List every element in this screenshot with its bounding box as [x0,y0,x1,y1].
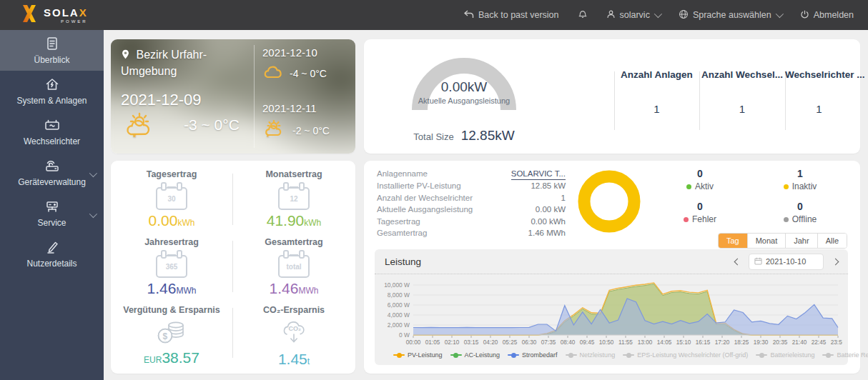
sidebar-item-ger-teverwaltung[interactable]: Geräteverwaltung [0,152,104,193]
legend-eps-leistung-wechselrichter-off-grid[interactable]: EPS-Leistung Wechselrichter (Off-grid) [623,351,748,359]
summary-column-value: 1 [785,103,853,115]
svg-text:06:30: 06:30 [522,339,537,346]
svg-text:22:45: 22:45 [812,339,827,346]
svg-text:19:30: 19:30 [754,339,769,346]
co2-icon: CO₂ [279,320,309,349]
legend-netzleistung[interactable]: Netzleistung [566,351,616,359]
location-pin-icon [121,51,133,63]
status-dot [784,217,789,222]
stat-tile-gesamtertrag: Gesamtertragtotal1.46MWh [233,237,355,297]
svg-text:04:20: 04:20 [483,339,498,346]
svg-text:*: * [267,134,270,139]
legend-pv-leistung[interactable]: PV-Leistung [393,351,443,359]
detail-label: Installierte PV-Leistung [377,180,461,191]
overview-icon [44,36,60,51]
globe-icon [679,9,689,21]
sidebar-item-berblick[interactable]: Überblick [0,30,104,71]
stat-value: 1.46MWh [147,280,197,297]
tile-divider [232,308,233,358]
stat-value: 1.45t [278,351,310,368]
sidebar-item-nutzerdetails[interactable]: Nutzerdetails [0,234,104,274]
user-menu[interactable]: solarvic [606,9,660,21]
svg-text:17:20: 17:20 [715,339,730,346]
status-value: 0 [650,201,750,212]
svg-text:$: $ [163,331,168,341]
solax-x-icon [20,4,39,26]
notification-bell-button[interactable] [578,9,588,21]
tab-monat[interactable]: Monat [747,234,786,248]
sidebar-item-label: Service [37,218,66,228]
forecast-temp: -2 ~ 0°C [292,125,330,136]
status-dot [684,217,689,222]
calendar-total-icon: total [278,255,310,278]
plant-detail-card: AnlagennameSOLARVIC T...Installierte PV-… [364,161,860,374]
svg-text:20:35: 20:35 [773,339,788,346]
stat-label: Monatsertrag [265,169,322,179]
tile-divider [232,174,233,225]
total-size: Total Size 12.85kW [364,128,564,144]
sidebar-item-label: System & Anlagen [16,96,87,106]
stat-tile-monatsertrag: Monatsertrag1241.90kWh [233,169,355,229]
svg-text:15:10: 15:10 [676,339,691,346]
gauge-value: 0.00kW [407,79,521,95]
next-day-button[interactable] [829,256,841,267]
stat-value: 1.46MWh [270,280,319,297]
user-icon [606,9,616,21]
status-label: Aktiv [695,181,714,191]
legend-marker [756,353,767,358]
chevron-down-icon [775,10,783,18]
sidebar-item-wechselrichter[interactable]: Wechselrichter [0,111,104,152]
date-picker[interactable]: 2021-10-10 [749,254,824,270]
calendar-30-icon: 30 [156,187,187,210]
detail-value-link[interactable]: SOLARVIC T... [511,168,566,180]
detail-row-tagesertrag: Tagesertrag0.00 kWh [377,216,566,227]
back-to-past-version-link[interactable]: Back to past version [464,10,559,21]
weather-card: Bezirk Urfahr-Umgebung 2021-12-09 * -3 ~… [111,39,355,154]
sidebar-item-label: Geräteverwaltung [18,177,86,187]
sidebar-item-system-anlagen[interactable]: System & Anlagen [0,71,104,111]
status-label: Inaktiv [792,181,817,191]
inverter-icon [44,117,61,133]
tab-jahr[interactable]: Jahr [785,234,817,248]
forecast-date: 2021-12-11 [262,102,351,114]
legend-batterie-restkapazit-t[interactable]: Batterie Restkapazität(%) [822,351,868,359]
tab-tag[interactable]: Tag [719,234,747,248]
svg-text:23:50: 23:50 [831,339,842,346]
logout-button[interactable]: Abmelden [800,9,854,21]
stat-value: EUR38.57 [144,349,199,366]
stat-tile-tagesertrag: Tagesertrag300.00kWh [111,169,232,229]
legend-strombedarf[interactable]: Strombedarf [508,351,558,359]
detail-value: 0.00 kWh [531,216,566,227]
period-tabs: TagMonatJahrAlle [718,233,847,249]
language-menu[interactable]: Sprache auswählen [679,9,781,21]
sidebar: ÜberblickSystem & AnlagenWechselrichterG… [0,30,104,380]
svg-text:02:10: 02:10 [445,339,460,346]
sidebar-item-service[interactable]: Service [0,193,104,234]
previous-day-button[interactable] [731,256,743,267]
status-value: 1 [750,168,850,179]
stat-label: CO₂-Ersparnis [263,305,325,315]
svg-text:4,000 W: 4,000 W [388,311,410,319]
stat-value: 0.00kWh [149,212,195,229]
stat-label: Jahresertrag [144,237,199,247]
power-chart-panel: Leistung 2021-10-10 10,000 W8,000 W6,0 [375,249,848,365]
power-icon [800,9,809,21]
coins-icon: $ [156,320,187,347]
detail-label: Aktuelle Ausgangsleistung [377,204,473,215]
summary-column-anzahl-anlagen: Anzahl Anlagen1 [614,69,699,115]
detail-row-anlagenname: AnlagennameSOLARVIC T... [377,168,566,180]
back-arrow-icon [464,10,474,21]
forecast-date: 2021-12-10 [262,46,351,59]
legend-batterieleistung[interactable]: Batterieleistung [756,351,814,359]
tile-divider [232,241,233,292]
sidebar-item-label: Überblick [34,55,69,65]
svg-text:13:00: 13:00 [638,339,653,346]
tab-alle[interactable]: Alle [817,234,847,248]
summary-column-label: Anzahl Wechsel... [699,69,785,80]
weather-today-temp: -3 ~ 0°C [184,116,240,134]
status-offline: 0Offline [750,201,850,224]
legend-marker [822,353,834,358]
status-value: 0 [650,168,750,179]
legend-ac-leistung[interactable]: AC-Leistung [450,351,500,359]
legend-marker [623,353,634,358]
